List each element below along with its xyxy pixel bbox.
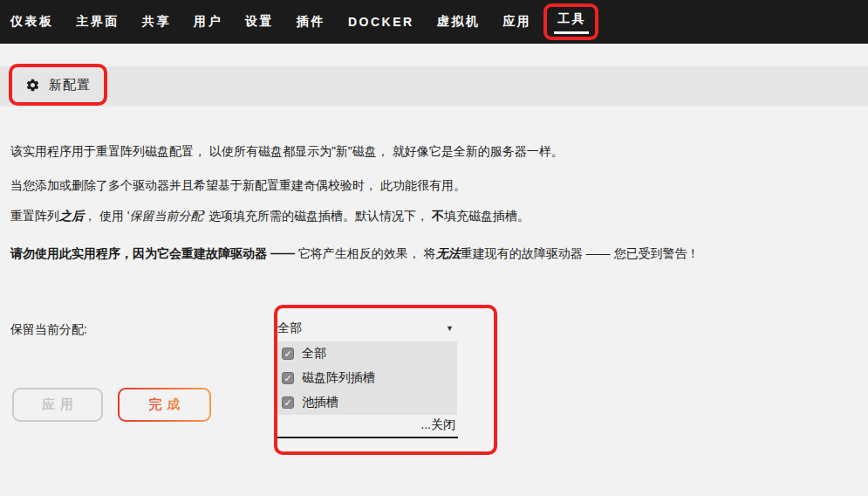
- dropdown-option-label: 池插槽: [302, 395, 338, 410]
- page: 仪表板 主界面 共享 用户 设置 插件 DOCKER 虚拟机 应用 工具 新配置…: [0, 0, 868, 496]
- dropdown-option-label: 磁盘阵列插槽: [302, 370, 375, 386]
- nav-tab-apps[interactable]: 应用: [502, 14, 531, 30]
- p4-warning-bold: 请勿使用此实用程序，因为它会重建故障驱动器 ——: [10, 246, 298, 260]
- description-paragraph-1: 该实用程序用于重置阵列磁盘配置， 以使所有磁盘都显示为"新"磁盘， 就好像它是全…: [10, 143, 564, 159]
- gear-icon: [25, 78, 40, 93]
- dropdown-option-array-slots[interactable]: ✓ 磁盘阵列插槽: [276, 366, 457, 390]
- done-button[interactable]: 完成: [118, 388, 211, 422]
- dropdown-option-label: 全部: [302, 346, 326, 362]
- chevron-down-icon: ▼: [446, 324, 454, 333]
- p4-emphasis-unable: 无法: [436, 246, 461, 260]
- nav-tab-main[interactable]: 主界面: [77, 14, 120, 30]
- p3-text: 重置阵列: [10, 209, 59, 223]
- p3-emphasis-after: 之后: [59, 209, 84, 223]
- p4-text-2: 重建现有的故障驱动器 —— 您已受到警告！: [461, 246, 700, 260]
- p3-text-4: 填充磁盘插槽。: [444, 209, 530, 223]
- select-underline: [276, 437, 458, 438]
- checkbox-checked-icon[interactable]: ✓: [282, 372, 294, 384]
- p3-text-2: ， 使用 ': [84, 209, 129, 223]
- nav-tab-tools[interactable]: 工具: [543, 3, 598, 40]
- description-paragraph-2: 当您添加或删除了多个驱动器并且希望基于新配置重建奇偶校验时， 此功能很有用。: [10, 177, 466, 193]
- warning-paragraph: 请勿使用此实用程序，因为它会重建故障驱动器 —— 它将产生相反的效果， 将无法重…: [10, 245, 699, 261]
- dropdown-option-all[interactable]: ✓ 全部: [276, 341, 457, 366]
- p3-text-3: ' 选项填充所需的磁盘插槽。默认情况下，: [202, 209, 431, 223]
- select-current-value: 全部: [277, 320, 302, 336]
- p4-text: 它将产生相反的效果， 将: [298, 246, 436, 260]
- annotation-box-section-title: 新配置: [9, 64, 107, 106]
- done-button-label: 完成: [144, 396, 186, 413]
- nav-tab-settings[interactable]: 设置: [245, 14, 274, 30]
- select-dropdown-panel: ✓ 全部 ✓ 磁盘阵列插槽 ✓ 池插槽: [276, 341, 457, 415]
- page-title: 新配置: [49, 77, 91, 93]
- checkbox-checked-icon[interactable]: ✓: [282, 348, 294, 360]
- active-tab-underline: [554, 31, 589, 34]
- nav-tab-docker[interactable]: DOCKER: [348, 15, 414, 29]
- nav-tab-users[interactable]: 用户: [194, 14, 222, 30]
- dropdown-option-pool-slots[interactable]: ✓ 池插槽: [276, 390, 457, 415]
- nav-tab-vms[interactable]: 虚拟机: [437, 14, 481, 30]
- nav-tab-dashboard[interactable]: 仪表板: [10, 14, 54, 30]
- done-button-inner: 完成: [120, 389, 209, 420]
- checkbox-checked-icon[interactable]: ✓: [282, 396, 294, 409]
- p3-emphasis-not: 不: [432, 209, 444, 223]
- nav-tab-plugins[interactable]: 插件: [297, 14, 325, 30]
- description-paragraph-3: 重置阵列之后， 使用 '保留当前分配' 选项填充所需的磁盘插槽。默认情况下， 不…: [10, 208, 530, 224]
- dropdown-close-link[interactable]: ...关闭: [276, 417, 455, 433]
- nav-tab-tools-label: 工具: [557, 11, 586, 25]
- apply-button[interactable]: 应用: [12, 388, 103, 422]
- p3-option-name: 保留当前分配: [129, 209, 202, 223]
- preserve-assignments-select[interactable]: 全部 ▼: [277, 318, 457, 339]
- top-nav: 仪表板 主界面 共享 用户 设置 插件 DOCKER 虚拟机 应用 工具: [0, 0, 868, 44]
- nav-tab-shares[interactable]: 共享: [142, 14, 171, 30]
- preserve-assignments-label: 保留当前分配:: [10, 322, 87, 338]
- section-header-bar: 新配置: [0, 66, 868, 107]
